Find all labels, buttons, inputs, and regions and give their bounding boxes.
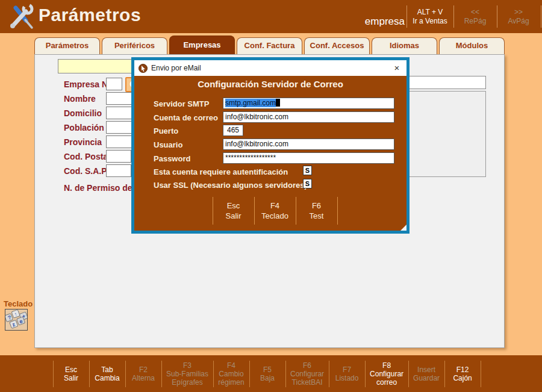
dialog-button-salir[interactable]: EscSalir [213, 195, 254, 226]
form-input[interactable] [106, 150, 131, 163]
bottom-toolbar: EscSalirTabCambiaF2AlternaF3Sub-Familias… [0, 355, 542, 392]
header: Parámetros empresa ALT + VIr a Ventas<<R… [0, 0, 542, 33]
toolbar-button-f7[interactable]: F7Listado [329, 355, 365, 392]
dialog-field-row: Usuarioinfo@lkbitronic.com [134, 138, 406, 152]
resize-grip[interactable] [400, 225, 406, 231]
page-title: Parámetros [39, 5, 141, 25]
teclado-label: Teclado [4, 299, 33, 308]
tab-módulos[interactable]: Módulos [439, 37, 505, 54]
tab-parámetros[interactable]: Parámetros [34, 37, 100, 54]
checkbox-flag[interactable]: S [303, 166, 312, 175]
form-label: Población [64, 123, 104, 132]
close-icon[interactable]: × [391, 63, 402, 73]
dialog-field-row: Servidor SMTPsmtp.gmail.com [134, 98, 406, 111]
dialog-input-servidor-smtp[interactable]: smtp.gmail.com [223, 98, 394, 109]
dialog-titlebar[interactable]: Envio por eMail × [134, 60, 406, 76]
checkbox-flag[interactable]: S [303, 179, 312, 188]
dialog-field-label: Puerto [154, 126, 178, 135]
dialog-checkbox-label: Usar SSL (Necesario algunos servidores) [154, 181, 307, 190]
dialog-field-row: Cuenta de correoinfo@lkbitronic.com [134, 111, 406, 125]
dialog-checkbox-label: Esta cuenta requiere autentificación [154, 167, 288, 176]
toolbar-button-f4[interactable]: F4Cambio régimen [213, 355, 249, 392]
dialog-buttons: EscSalirF4TecladoF6Test [213, 195, 338, 226]
toolbar-button-f5[interactable]: F5Baja [249, 355, 285, 392]
form-label: Cod. S.A.P. [64, 166, 108, 176]
selected-text: smtp.gmail.com [225, 99, 276, 107]
header-nav-ir-a-ventas[interactable]: ALT + VIr a Ventas [406, 0, 453, 33]
dialog-field-label: Password [154, 154, 190, 163]
tab-bar: ParámetrosPeriféricosEmpresasConf. Factu… [34, 37, 505, 54]
email-app-icon [139, 64, 148, 73]
app-window: Parámetros empresa ALT + VIr a Ventas<<R… [0, 0, 542, 392]
tab-conf-factura[interactable]: Conf. Factura [237, 37, 302, 54]
dialog-input-puerto[interactable]: 465 [223, 125, 243, 136]
tab-empresas[interactable]: Empresas [169, 36, 235, 54]
toolbar-button-f3[interactable]: F3Sub-Familias Epígrafes [161, 355, 213, 392]
form-label: Nombre [64, 94, 96, 104]
email-config-dialog: Envio por eMail × Configuración Servidor… [131, 57, 410, 234]
dialog-field-label: Cuenta de correo [154, 113, 218, 122]
keyboard-icon[interactable]: ? ↑ + z e [5, 309, 28, 331]
toolbar-button-f12[interactable]: F12Cajón [444, 355, 481, 392]
tab-periféricos[interactable]: Periféricos [102, 37, 167, 54]
toolbar-button-f6[interactable]: F6Configurar TicketBAI [285, 355, 329, 392]
dialog-input-cuenta-de-correo[interactable]: info@lkbitronic.com [223, 111, 394, 123]
toolbar-button-insert[interactable]: InsertGuardar [408, 355, 444, 392]
form-label: Empresa N. [64, 79, 110, 89]
form-label: Provincia [64, 137, 102, 147]
dialog-field-row: Password****************** [134, 152, 406, 166]
dialog-field-label: Servidor SMTP [154, 99, 209, 108]
form-label: Cod. Postal [64, 152, 110, 161]
dialog-input-usuario[interactable]: info@lkbitronic.com [223, 138, 394, 150]
dialog-field-label: Usuario [154, 140, 182, 149]
dialog-body: Configuración Servidor de Correo Servido… [134, 76, 406, 231]
dialog-button-test[interactable]: F6Test [296, 195, 337, 226]
dialog-checkbox-row: Esta cuenta requiere autentificaciónS [134, 166, 406, 179]
dialog-button-teclado[interactable]: F4Teclado [254, 195, 296, 226]
header-nav-avpág[interactable]: >>AvPág [497, 0, 540, 33]
text-caret [276, 99, 280, 107]
tab-conf-accesos[interactable]: Conf. Accesos [304, 37, 370, 54]
tools-icon [7, 2, 36, 31]
context-label: empresa [365, 16, 405, 28]
dialog-heading: Configuración Servidor de Correo [134, 79, 406, 89]
toolbar-button-f2[interactable]: F2Alterna [125, 355, 161, 392]
toolbar-button-tab[interactable]: TabCambia [89, 355, 125, 392]
form-input[interactable] [106, 164, 131, 177]
dialog-field-row: Puerto465 [134, 125, 406, 138]
toolbar-button-f8[interactable]: F8Configurar correo [365, 355, 408, 392]
empresa-number-input[interactable] [106, 78, 122, 90]
header-nav-repág[interactable]: <<RePág [453, 0, 497, 33]
tab-idiomas[interactable]: Idiomas [372, 37, 437, 54]
dialog-checkbox-row: Usar SSL (Necesario algunos servidores)S [134, 179, 406, 192]
form-label: Domicilio [64, 108, 102, 118]
dialog-input-password[interactable]: ****************** [223, 152, 394, 164]
toolbar-button-esc[interactable]: EscSalir [53, 355, 89, 392]
dialog-title: Envio por eMail [151, 64, 201, 72]
header-nav: ALT + VIr a Ventas<<RePág>>AvPág [406, 0, 542, 33]
